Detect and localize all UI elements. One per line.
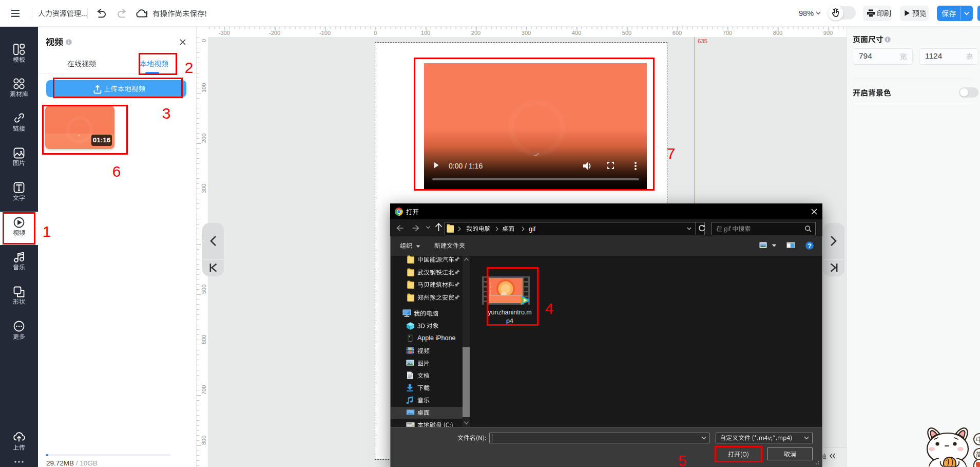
svg-text:?: ? <box>808 242 812 250</box>
